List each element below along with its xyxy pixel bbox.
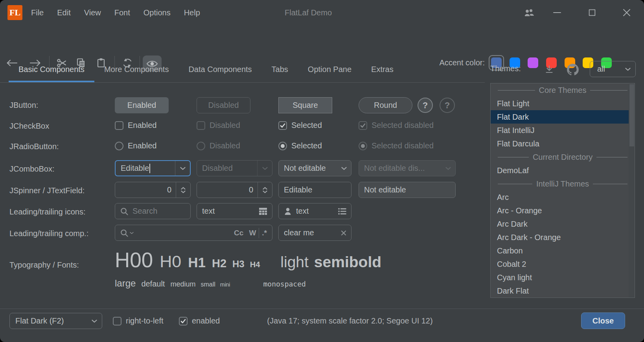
h3-sample: H3 (232, 259, 245, 270)
table-icon (258, 207, 268, 216)
statusbar-divider (0, 309, 644, 309)
menu-file[interactable]: File (24, 8, 50, 17)
combobox-arrow-button[interactable] (337, 161, 351, 176)
help-button[interactable]: ? (418, 98, 433, 113)
accent-swatch-purple[interactable] (528, 57, 538, 68)
clear-x-icon[interactable] (340, 230, 347, 236)
checkbox-selected[interactable]: Selected (278, 121, 322, 130)
themes-scrollbar-thumb[interactable] (629, 84, 634, 146)
combobox-arrow-button[interactable] (175, 161, 190, 176)
tab-basic-components[interactable]: Basic Components (9, 58, 94, 82)
radio-icon (115, 142, 123, 150)
search-field[interactable]: Search (115, 203, 191, 219)
laf-combobox[interactable]: Flat Dark (F2) (9, 313, 102, 329)
minimize-button[interactable] (548, 0, 566, 25)
large-sample: large (115, 278, 136, 289)
theme-item-flat-light[interactable]: Flat Light (491, 97, 635, 110)
download-theme-button[interactable] (543, 63, 556, 76)
laf-combobox-value: Flat Dark (F2) (15, 316, 64, 325)
square-button[interactable]: Square (278, 97, 332, 113)
small-sample: small (201, 281, 215, 288)
theme-item-cyan-light[interactable]: Cyan light (491, 271, 635, 284)
textfield-leading-person[interactable]: text (278, 203, 351, 219)
enabled-button[interactable]: Enabled (115, 97, 169, 113)
chevron-down-icon (92, 320, 97, 323)
right-to-left-checkbox[interactable]: right-to-left (113, 316, 164, 325)
enabled-checkbox[interactable]: enabled (179, 316, 220, 325)
theme-item-arc-orange[interactable]: Arc - Orange (491, 204, 635, 217)
theme-group-intellij-themes: IntelliJ Themes (491, 177, 635, 190)
chevron-down-icon (130, 232, 134, 234)
toolbar: Accent color: (0, 25, 644, 50)
textfield-trailing-table[interactable]: text (197, 203, 272, 219)
clearable-textfield[interactable]: clear me (278, 225, 351, 241)
github-button[interactable] (566, 63, 580, 76)
themes-label: Themes: (490, 64, 521, 73)
tab-option-pane[interactable]: Option Pane (298, 58, 361, 82)
download-icon (544, 65, 554, 75)
whole-word-button[interactable]: W (246, 229, 259, 237)
spinner-buttons[interactable] (258, 182, 272, 198)
search-icon (120, 228, 129, 238)
app-logo-icon: FL (7, 5, 22, 20)
menu-font[interactable]: Font (108, 8, 137, 17)
checkbox-checked-icon (179, 317, 188, 325)
maximize-button[interactable] (583, 0, 601, 25)
chevron-down-icon (625, 68, 631, 71)
theme-item-carbon[interactable]: Carbon (491, 244, 635, 257)
theme-item-flat-darcula[interactable]: Flat Darcula (491, 137, 635, 150)
typography-row-label: Typography / Fonts: (9, 261, 79, 270)
radio-disabled: Disabled (197, 141, 240, 150)
close-window-button[interactable] (618, 0, 635, 25)
leading-trailing-icons-label: Leading/trailing icons: (9, 207, 85, 216)
default-sample: default (141, 279, 165, 288)
menu-help[interactable]: Help (177, 8, 207, 17)
theme-item-dark-flat[interactable]: Dark Flat (491, 284, 635, 298)
close-button[interactable]: Close (581, 312, 625, 329)
users-icon (523, 7, 535, 18)
h00-sample: H00 (115, 248, 153, 272)
themes-list: Core Themes Flat Light Flat Dark Flat In… (490, 83, 635, 298)
list-icon (337, 207, 347, 216)
regex-button[interactable]: .* (259, 229, 270, 237)
theme-item-cobalt-2[interactable]: Cobalt 2 (491, 257, 635, 271)
combobox-editable[interactable]: Editable (115, 160, 191, 176)
search-with-options-field[interactable]: Cc W .* (115, 225, 272, 241)
theme-item-flat-intellij[interactable]: Flat IntelliJ (491, 124, 635, 137)
theme-group-core: Core Themes (491, 83, 635, 97)
menu-edit[interactable]: Edit (50, 8, 77, 17)
combobox-not-editable[interactable]: Not editable (278, 160, 351, 176)
themes-filter-value: all (597, 65, 605, 74)
menu-options[interactable]: Options (137, 8, 177, 17)
menu-view[interactable]: View (77, 8, 108, 17)
theme-item-arc-dark[interactable]: Arc Dark (491, 217, 635, 231)
tab-data-components[interactable]: Data Components (178, 58, 261, 82)
mini-sample: mini (220, 281, 230, 288)
themes-filter-combobox[interactable]: all (590, 61, 636, 77)
checkbox-enabled[interactable]: Enabled (115, 121, 156, 130)
theme-item-demolaf[interactable]: DemoLaf (491, 164, 635, 177)
tab-more-components[interactable]: More Components (94, 58, 179, 82)
radio-selected[interactable]: Selected (278, 141, 322, 150)
light-sample: light (280, 253, 309, 271)
theme-item-flat-dark[interactable]: Flat Dark (491, 110, 635, 124)
jbutton-row-label: JButton: (9, 101, 38, 110)
minimize-icon (552, 8, 562, 17)
theme-item-arc[interactable]: Arc (491, 190, 635, 204)
spinner-field-2[interactable]: 0 (197, 182, 272, 198)
person-icon (283, 207, 293, 216)
tab-extras[interactable]: Extras (361, 58, 403, 82)
spinner-field-1[interactable]: 0 (115, 182, 191, 198)
chevron-up-icon (181, 187, 186, 190)
match-case-button[interactable]: Cc (231, 229, 246, 237)
users-button[interactable] (521, 0, 538, 25)
tab-tabs[interactable]: Tabs (262, 58, 298, 82)
round-button[interactable]: Round (359, 97, 412, 113)
textfield-editable[interactable]: Editable (278, 182, 351, 198)
spinner-buttons[interactable] (176, 182, 190, 198)
theme-item-arc-dark-orange[interactable]: Arc Dark - Orange (491, 231, 635, 244)
checkbox-checked-icon (359, 121, 367, 130)
radio-enabled[interactable]: Enabled (115, 141, 156, 150)
chevron-up-icon (263, 187, 267, 190)
search-placeholder: Search (129, 207, 157, 216)
